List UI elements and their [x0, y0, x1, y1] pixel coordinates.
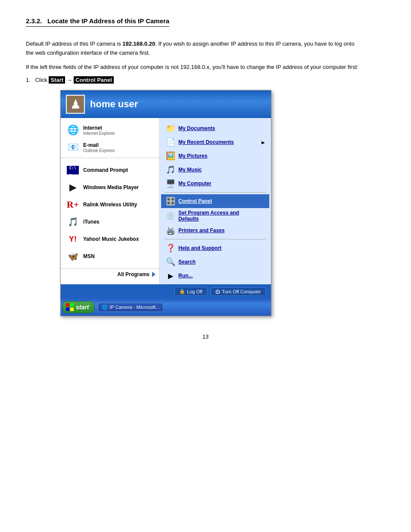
- page-number: 13: [26, 333, 385, 340]
- mydocuments-label: My Documents: [178, 125, 215, 131]
- all-programs-label: All Programs: [117, 271, 149, 277]
- controlpanel-label: Control Panel: [178, 198, 212, 204]
- right-item-run[interactable]: ▶ Run...: [161, 269, 269, 283]
- startmenu-screenshot: ♟ home user 🌐 Internet Internet Explorer…: [60, 90, 271, 316]
- taskbar-item-label: IP Camera - Microsoft...: [109, 305, 159, 310]
- start-label: start: [76, 304, 89, 311]
- right-divider-2: [165, 239, 266, 240]
- start-highlight: Start: [49, 76, 65, 84]
- cmd-label: Command Prompt: [83, 167, 128, 173]
- ralink-icon: R+: [66, 198, 80, 212]
- taskbar-item-icon: 🌐: [102, 305, 108, 310]
- startmenu-footer: 🔒 Log Off ⏻ Turn Off Computer: [61, 284, 271, 299]
- windows-logo: [65, 303, 74, 311]
- right-item-printers[interactable]: 🖨️ Printers and Faxes: [161, 224, 269, 237]
- svg-rect-2: [66, 308, 69, 311]
- outlook-icon: 📧: [66, 140, 80, 154]
- username-display: home user: [90, 99, 138, 110]
- right-item-mymusic[interactable]: 🎵 My Music: [161, 163, 269, 177]
- mypictures-label: My Pictures: [178, 153, 207, 159]
- svg-rect-1: [70, 303, 74, 307]
- help-icon: ❓: [165, 243, 176, 253]
- yahoo-label: Yahoo! Music Jukebox: [83, 236, 139, 242]
- section-number: 2.3.2.: [26, 17, 42, 25]
- section-title-text: Locate the IP Address of this IP Camera: [47, 17, 169, 25]
- mymusic-label: My Music: [178, 167, 202, 173]
- taskbar: start 🌐 IP Camera - Microsoft...: [61, 299, 271, 316]
- control-panel-highlight: Control Panel: [74, 76, 114, 84]
- myrecent-icon: 📄: [165, 137, 176, 147]
- right-item-controlpanel[interactable]: 🎛️ Control Panel: [161, 194, 269, 208]
- menu-item-cmd[interactable]: C:\_ Command Prompt: [62, 162, 157, 179]
- yahoo-icon: Y!: [66, 232, 80, 246]
- avatar: ♟: [66, 95, 85, 114]
- printers-icon: 🖨️: [165, 225, 176, 236]
- mediaplayer-icon: ▶: [66, 180, 80, 194]
- paragraph-1: Default IP address of this IP camera is …: [26, 40, 362, 58]
- printers-label: Printers and Faxes: [178, 227, 224, 233]
- turnoff-icon: ⏻: [215, 289, 220, 294]
- setprograms-label: Set Program Access and Defaults: [178, 210, 256, 222]
- right-item-setprograms[interactable]: 💿 Set Program Access and Defaults: [161, 208, 269, 224]
- myrecent-label: My Recent Documents: [178, 139, 234, 145]
- itunes-label: iTunes: [83, 219, 100, 225]
- run-icon: ▶: [165, 271, 176, 281]
- right-item-mydocuments[interactable]: 📁 My Documents: [161, 121, 269, 135]
- cmd-icon: C:\_: [66, 163, 80, 177]
- instruction-line: 1. Click Start → Control Panel: [26, 77, 385, 83]
- startmenu-body: 🌐 Internet Internet Explorer 📧 E-mail Ou…: [61, 118, 271, 284]
- svg-rect-0: [66, 303, 69, 307]
- right-item-myrecent[interactable]: 📄 My Recent Documents ▶: [161, 135, 269, 149]
- all-programs-button[interactable]: All Programs: [61, 268, 159, 280]
- mydocuments-icon: 📁: [165, 123, 176, 134]
- menu-item-yahoo[interactable]: Y! Yahoo! Music Jukebox: [62, 230, 157, 248]
- menu-item-mediaplayer[interactable]: ▶ Windows Media Player: [62, 179, 157, 196]
- right-item-mypictures[interactable]: 🖼️ My Pictures: [161, 149, 269, 163]
- turnoff-label: Turn Off Computer: [222, 289, 261, 294]
- setprograms-icon: 💿: [165, 211, 176, 221]
- ralink-label: Ralink Wireless Utility: [83, 202, 137, 208]
- right-item-mycomputer[interactable]: 🖥️ My Computer: [161, 177, 269, 190]
- menu-item-itunes[interactable]: 🎵 iTunes: [62, 213, 157, 230]
- controlpanel-icon: 🎛️: [165, 196, 176, 206]
- paragraph-2: If the left three fields of the IP addre…: [26, 63, 362, 72]
- section-heading: 2.3.2. Locate the IP Address of this IP …: [26, 17, 385, 33]
- itunes-icon: 🎵: [66, 215, 80, 229]
- right-divider-1: [165, 192, 266, 193]
- msn-icon: 🦋: [66, 249, 80, 263]
- recent-apps: C:\_ Command Prompt ▶ Windows Media Play…: [61, 160, 159, 267]
- logoff-label: Log Off: [187, 289, 202, 294]
- taskbar-item-ipcamera[interactable]: 🌐 IP Camera - Microsoft...: [98, 303, 163, 312]
- menu-item-msn[interactable]: 🦋 MSN: [62, 248, 157, 265]
- mypictures-icon: 🖼️: [165, 151, 176, 161]
- msn-label: MSN: [83, 253, 95, 259]
- help-label: Help and Support: [178, 245, 221, 251]
- email-sublabel: Outlook Express: [83, 148, 115, 153]
- startmenu-left-panel: 🌐 Internet Internet Explorer 📧 E-mail Ou…: [61, 118, 159, 284]
- internet-label: Internet: [83, 125, 115, 131]
- right-item-search[interactable]: 🔍 Search: [161, 255, 269, 269]
- all-programs-arrow: [152, 272, 156, 277]
- mediaplayer-label: Windows Media Player: [83, 184, 139, 190]
- svg-rect-3: [70, 308, 74, 311]
- startmenu-header: ♟ home user: [61, 90, 271, 118]
- run-label: Run...: [178, 273, 193, 279]
- logoff-button[interactable]: 🔒 Log Off: [174, 287, 207, 296]
- turnoff-button[interactable]: ⏻ Turn Off Computer: [211, 287, 266, 296]
- menu-item-ralink[interactable]: R+ Ralink Wireless Utility: [62, 196, 157, 213]
- menu-item-internet[interactable]: 🌐 Internet Internet Explorer: [62, 121, 157, 139]
- internet-sublabel: Internet Explorer: [83, 131, 115, 136]
- pinned-items: 🌐 Internet Internet Explorer 📧 E-mail Ou…: [61, 118, 159, 158]
- search-icon: 🔍: [165, 257, 176, 267]
- myrecent-arrow: ▶: [262, 140, 265, 145]
- menu-item-email[interactable]: 📧 E-mail Outlook Express: [62, 139, 157, 156]
- chess-icon: ♟: [70, 97, 81, 112]
- search-label: Search: [178, 259, 196, 265]
- mymusic-icon: 🎵: [165, 165, 176, 175]
- logoff-icon: 🔒: [179, 289, 185, 294]
- start-button[interactable]: start: [62, 301, 94, 313]
- right-item-help[interactable]: ❓ Help and Support: [161, 241, 269, 255]
- startmenu-right-panel: 📁 My Documents 📄 My Recent Documents ▶ 🖼…: [159, 118, 271, 284]
- mycomputer-icon: 🖥️: [165, 178, 176, 189]
- mycomputer-label: My Computer: [178, 180, 212, 187]
